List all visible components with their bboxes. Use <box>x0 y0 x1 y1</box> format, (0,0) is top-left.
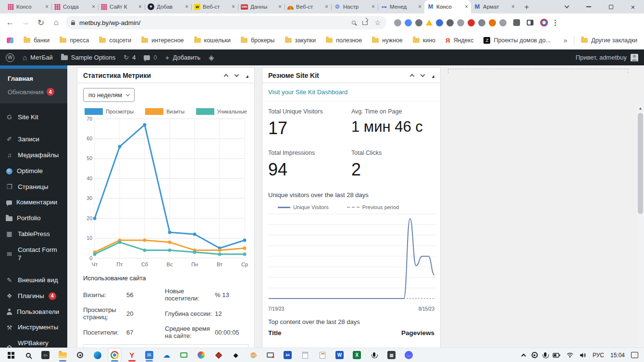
tab-close-icon[interactable]: × <box>45 3 49 10</box>
taskbar-webcam-icon[interactable] <box>74 349 86 362</box>
close-window-button[interactable]: × <box>622 0 644 13</box>
language-indicator[interactable]: РУС <box>593 352 604 359</box>
taskbar-chrome-icon[interactable] <box>109 349 121 362</box>
taskbar-3d-viewer-icon[interactable] <box>212 349 224 362</box>
taskbar-inkscape-icon[interactable]: ◆ <box>230 349 242 362</box>
url-text[interactable]: metbuy.by/wp-admin/ <box>79 19 140 26</box>
browser-tab[interactable]: ⊶Менед× <box>378 0 424 13</box>
sidebar-item-внешний-вид[interactable]: ✎Внешний вид <box>0 273 67 288</box>
tab-close-icon[interactable]: × <box>325 3 328 10</box>
restore-button[interactable] <box>600 0 622 13</box>
tab-close-icon[interactable]: × <box>465 3 468 10</box>
taskbar-screen-share-icon[interactable] <box>264 349 276 362</box>
taskbar-paint-icon[interactable] <box>195 349 207 362</box>
browser-tab[interactable]: Сайт К× <box>98 0 145 13</box>
tab-search-icon[interactable] <box>556 0 578 13</box>
bookmark-folder[interactable]: полезное <box>326 37 362 44</box>
tab-close-icon[interactable]: × <box>92 3 95 10</box>
screen-record-icon[interactable] <box>532 352 538 358</box>
new-tab-button[interactable]: + <box>520 1 533 13</box>
taskbar-edge-icon[interactable] <box>91 349 103 362</box>
user-avatar[interactable] <box>631 54 638 62</box>
sidebar-item-wpbakery-page-builder[interactable]: ✿WPBakery Page Builder <box>0 336 67 348</box>
scrollbar-thumb[interactable] <box>638 113 643 214</box>
tab-close-icon[interactable]: × <box>511 3 515 10</box>
browser-tab[interactable]: Созда× <box>51 0 98 13</box>
taskbar-calculator-icon[interactable]: ▦ <box>385 349 397 362</box>
reload-button[interactable]: ↻ <box>35 16 47 29</box>
microphone-icon[interactable] <box>544 352 546 357</box>
home-button[interactable]: ⌂ <box>50 16 62 29</box>
side-panel-icon[interactable] <box>527 20 533 25</box>
search-icon[interactable] <box>352 21 356 25</box>
browser-tab[interactable]: ★Добав× <box>145 0 191 13</box>
browser-tab[interactable]: MАрмат× <box>471 0 518 13</box>
adminbar-new-button[interactable]: + Добавить <box>165 53 200 62</box>
site-favicon[interactable] <box>7 37 13 43</box>
tab-close-icon[interactable]: × <box>278 3 282 10</box>
taskbar-file-explorer-icon[interactable] <box>57 349 69 362</box>
profile-avatar-icon[interactable] <box>540 19 548 26</box>
bookmarks-overflow-icon[interactable] <box>563 37 567 44</box>
browser-tab[interactable]: MКонсо× <box>424 0 471 13</box>
forward-button[interactable]: → <box>19 16 32 29</box>
screenshot-icon[interactable] <box>415 19 422 26</box>
taskbar-doc-viewer-icon[interactable] <box>316 349 328 362</box>
photos-icon[interactable] <box>457 19 464 26</box>
sidebar-item-комментарии[interactable]: Комментарии <box>0 195 67 211</box>
tab-close-icon[interactable]: × <box>372 3 375 10</box>
sidebar-item-contact-form-7[interactable]: ✉Contact Form 7 <box>0 242 67 266</box>
adminbar-comments[interactable]: 0 <box>144 54 157 61</box>
map-pin-icon[interactable] <box>446 19 454 26</box>
translate-icon[interactable] <box>405 19 412 26</box>
collapse-icon[interactable] <box>246 72 248 79</box>
taskbar-onedrive-icon[interactable]: ☁ <box>161 349 173 362</box>
taskbar-yandex-browser-icon[interactable]: Y <box>126 349 138 362</box>
sidebar-item-tablepress[interactable]: ▦TablePress <box>0 226 67 242</box>
cup-icon[interactable] <box>499 19 507 26</box>
avatar-edit-icon[interactable] <box>489 19 496 26</box>
wifi-icon[interactable] <box>567 352 573 358</box>
wordpress-logo-icon[interactable]: W <box>6 53 14 62</box>
tab-close-icon[interactable]: × <box>418 3 421 10</box>
move-down-icon[interactable] <box>235 72 239 77</box>
pocket-icon[interactable] <box>436 19 443 26</box>
battery-icon[interactable] <box>553 353 560 358</box>
volume-icon[interactable] <box>580 352 586 358</box>
share-icon[interactable] <box>362 21 368 25</box>
google-drive-icon[interactable] <box>426 20 433 25</box>
minimize-button[interactable] <box>578 0 600 13</box>
adminbar-site-name[interactable]: ⌂ МетБай <box>23 53 53 62</box>
notification-center-icon[interactable] <box>631 352 638 358</box>
bookmark-folder[interactable]: закупки <box>285 37 316 44</box>
back-button[interactable]: ← <box>4 16 16 29</box>
adminbar-updates[interactable]: ↻ 4 <box>124 54 136 61</box>
tab-close-icon[interactable]: × <box>232 3 235 10</box>
taskbar-color-picker-icon[interactable] <box>247 349 259 362</box>
scroll-up-icon[interactable]: ▲ <box>637 105 644 111</box>
collapse-icon[interactable] <box>432 72 434 79</box>
maps-icon[interactable] <box>478 19 485 26</box>
taskbar-terminal-icon[interactable]: C:\ <box>39 349 51 362</box>
taskbar-start-icon[interactable] <box>5 349 17 362</box>
metrika-scroll-region[interactable]: ▲ <box>83 344 248 348</box>
adminbar-sample-options[interactable]: Sample Options <box>61 54 116 61</box>
adminbar-greeting[interactable]: Привет, admetbuy <box>576 54 627 61</box>
bookmark-folder[interactable]: нужное <box>372 37 402 44</box>
browser-tab[interactable]: Консо× <box>5 0 51 13</box>
browser-tab[interactable]: ⚙Настр× <box>331 0 378 13</box>
taskbar-word-icon[interactable]: W <box>334 349 346 362</box>
browser-tab[interactable]: Веб-ст× <box>285 0 331 13</box>
taskbar-notepad-icon[interactable] <box>299 349 311 362</box>
sidebar-item-записи[interactable]: ✐Записи <box>0 132 67 148</box>
sidebar-submenu-updates[interactable]: Обновления4 <box>0 85 67 99</box>
extensions-puzzle-icon[interactable] <box>513 19 520 26</box>
bookmark-projects[interactable]: ZПроекты домов до... <box>483 37 550 44</box>
move-up-icon[interactable] <box>224 74 229 78</box>
browser-tab[interactable]: WВеб-ст× <box>191 0 238 13</box>
bookmark-folder[interactable]: брокеры <box>241 37 275 44</box>
tab-close-icon[interactable]: × <box>138 3 142 10</box>
taskbar-remote-desktop-icon[interactable] <box>178 349 190 362</box>
clock[interactable]: 15:04 <box>610 352 625 359</box>
address-bar[interactable]: metbuy.by/wp-admin/ ☆ <box>65 16 386 29</box>
